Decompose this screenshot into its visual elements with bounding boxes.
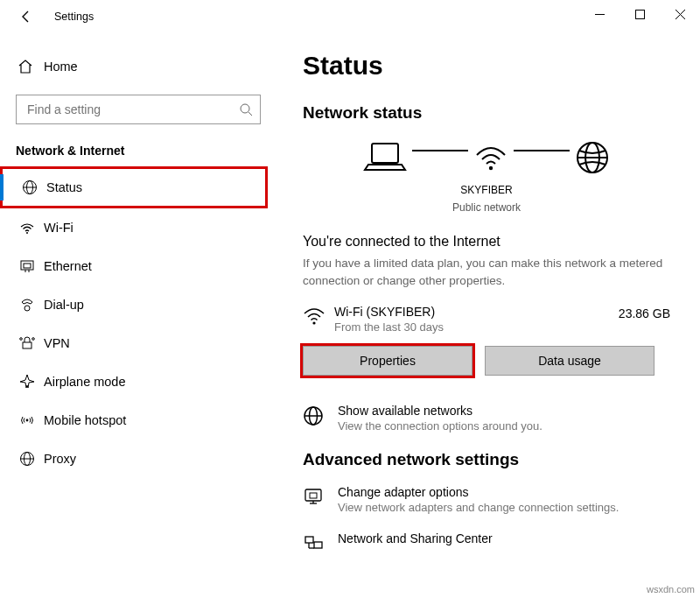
sidebar-item-label: Proxy — [44, 452, 76, 466]
sidebar-item-label: Mobile hotspot — [44, 413, 126, 427]
proxy-icon — [19, 451, 44, 467]
globe-icon — [303, 404, 338, 426]
home-label: Home — [44, 60, 78, 74]
network-diagram — [303, 138, 670, 177]
adapter-options-link[interactable]: Change adapter options View network adap… — [303, 485, 670, 514]
search-input[interactable] — [25, 102, 239, 117]
svg-point-14 — [24, 306, 30, 311]
sidebar-item-label: Ethernet — [44, 259, 92, 273]
svg-rect-31 — [305, 489, 321, 501]
sidebar-item-ethernet[interactable]: Ethernet — [0, 247, 280, 285]
sidebar-item-vpn[interactable]: VPN — [0, 324, 280, 362]
connection-row: Wi-Fi (SKYFIBER) From the last 30 days 2… — [303, 305, 670, 334]
arrow-left-icon — [19, 10, 33, 24]
minimize-icon — [595, 10, 605, 19]
properties-button[interactable]: Properties — [303, 346, 472, 376]
show-networks-sub: View the connection options around you. — [338, 419, 542, 433]
svg-rect-22 — [372, 144, 398, 163]
connected-title: You're connected to the Internet — [303, 234, 670, 250]
svg-point-18 — [26, 419, 29, 422]
sidebar: Home Network & Internet Status Wi-Fi — [0, 33, 280, 598]
wifi-icon — [473, 143, 508, 172]
sidebar-item-wifi[interactable]: Wi-Fi — [0, 208, 280, 247]
watermark: wsxdn.com — [647, 584, 695, 594]
page-title: Status — [303, 51, 670, 81]
svg-line-5 — [248, 112, 252, 116]
svg-rect-35 — [305, 537, 313, 543]
sidebar-item-proxy[interactable]: Proxy — [0, 440, 280, 478]
maximize-button[interactable] — [620, 0, 660, 28]
svg-rect-1 — [635, 10, 644, 18]
svg-rect-15 — [23, 342, 32, 348]
minimize-button[interactable] — [579, 0, 620, 28]
svg-rect-11 — [24, 264, 31, 268]
back-button[interactable] — [18, 10, 35, 24]
sidebar-item-label: Dial-up — [44, 298, 84, 312]
show-networks-title: Show available networks — [338, 404, 542, 418]
wifi-icon — [303, 305, 334, 326]
search-box[interactable] — [16, 95, 261, 124]
search-icon — [239, 102, 253, 116]
diagram-ssid: SKYFIBER — [303, 184, 670, 198]
close-button[interactable] — [660, 0, 700, 28]
data-usage-button[interactable]: Data usage — [485, 346, 654, 376]
diagram-line — [514, 150, 570, 151]
laptop-icon — [363, 138, 407, 177]
airplane-icon — [19, 374, 44, 390]
sharing-center-link[interactable]: Network and Sharing Center — [303, 531, 670, 554]
adapter-title: Change adapter options — [338, 485, 619, 499]
sidebar-item-label: Wi-Fi — [44, 221, 74, 235]
svg-point-16 — [20, 338, 23, 341]
section-header: Network & Internet — [0, 124, 280, 166]
globe-icon — [575, 140, 610, 175]
sidebar-item-hotspot[interactable]: Mobile hotspot — [0, 401, 280, 440]
vpn-icon — [19, 335, 44, 351]
sidebar-item-dialup[interactable]: Dial-up — [0, 285, 280, 324]
main-content: Status Network status SKYFIBER Public ne… — [280, 33, 700, 598]
maximize-icon — [635, 10, 645, 19]
connection-period: From the last 30 days — [334, 320, 619, 334]
globe-icon — [22, 179, 46, 195]
dialup-icon — [19, 297, 44, 313]
svg-point-4 — [241, 104, 249, 113]
home-nav[interactable]: Home — [0, 49, 280, 84]
adapter-icon — [303, 485, 338, 508]
connection-name: Wi-Fi (SKYFIBER) — [334, 305, 619, 319]
home-icon — [18, 59, 40, 74]
wifi-icon — [19, 220, 44, 236]
advanced-heading: Advanced network settings — [303, 450, 670, 469]
sidebar-item-label: VPN — [44, 336, 70, 350]
connected-desc: If you have a limited data plan, you can… — [303, 255, 670, 289]
svg-point-23 — [489, 166, 493, 170]
diagram-line — [412, 150, 468, 151]
window-title: Settings — [54, 11, 94, 23]
adapter-sub: View network adapters and change connect… — [338, 501, 619, 514]
svg-rect-36 — [314, 542, 322, 548]
hotspot-icon — [19, 412, 44, 428]
show-networks-link[interactable]: Show available networks View the connect… — [303, 404, 670, 433]
ethernet-icon — [19, 258, 44, 274]
sidebar-item-status[interactable]: Status — [0, 166, 268, 208]
connection-usage: 23.86 GB — [619, 305, 670, 320]
sharing-title: Network and Sharing Center — [338, 531, 493, 545]
close-icon — [676, 10, 685, 19]
network-status-heading: Network status — [303, 103, 670, 123]
sidebar-item-label: Status — [46, 180, 82, 194]
svg-rect-34 — [310, 493, 317, 498]
sidebar-item-label: Airplane mode — [44, 375, 126, 389]
sidebar-item-airplane[interactable]: Airplane mode — [0, 362, 280, 401]
svg-point-9 — [26, 232, 28, 234]
svg-point-17 — [32, 338, 35, 341]
sharing-icon — [303, 531, 338, 554]
svg-point-27 — [312, 322, 315, 325]
diagram-net-type: Public network — [303, 201, 670, 215]
